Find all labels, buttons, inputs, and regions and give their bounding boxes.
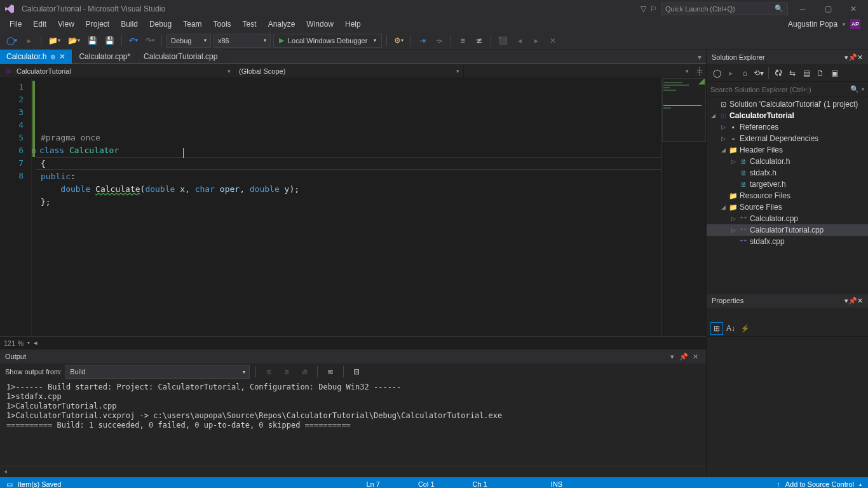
tree-item-source-files[interactable]: ◢📁Source Files (707, 201, 868, 213)
tree-item-calculator-h[interactable]: ▷🗎Calculator.h (707, 156, 868, 167)
nav-back-button[interactable]: ◯ ▾ (4, 34, 20, 48)
zoom-level[interactable]: 121 % (4, 339, 24, 347)
panel-pin-button[interactable]: 📌 (678, 353, 689, 361)
platform-dropdown[interactable]: x86▾ (214, 34, 271, 48)
menu-help[interactable]: Help (339, 18, 367, 30)
menu-team[interactable]: Team (177, 18, 207, 30)
se-preview-button[interactable]: ▣ (828, 67, 841, 79)
se-close-button[interactable]: ✕ (857, 53, 863, 62)
props-close-button[interactable]: ✕ (857, 297, 863, 305)
props-alpha-button[interactable]: A↓ (724, 322, 737, 335)
menu-project[interactable]: Project (80, 18, 115, 30)
tree-item-stdafx-cpp[interactable]: ⁺⁺stdafx.cpp (707, 236, 868, 247)
props-categorized-button[interactable]: ⊞ (710, 322, 723, 335)
minimap[interactable] (661, 78, 706, 336)
nav-scope-dropdown[interactable]: (Global Scope)▾ (235, 65, 464, 78)
save-all-button[interactable]: 💾 (102, 34, 117, 48)
output-toggle-button[interactable]: ⊟ (349, 365, 363, 379)
tree-item-stdafx-h[interactable]: 🗎stdafx.h (707, 167, 868, 179)
menu-edit[interactable]: Edit (27, 18, 52, 30)
menu-file[interactable]: File (4, 18, 27, 30)
config-dropdown[interactable]: Debug▾ (166, 34, 211, 48)
output-text[interactable]: 1>------ Build started: Project: Calcula… (0, 380, 706, 466)
output-wrap-button[interactable]: ≋ (323, 365, 337, 379)
notifications-icon[interactable]: ▽ (641, 4, 646, 13)
tree-item-calculatortutorial-cpp[interactable]: ▷⁺⁺CalculatorTutorial.cpp (707, 224, 868, 236)
tree-item-calculator-cpp[interactable]: ▷⁺⁺Calculator.cpp (707, 213, 868, 224)
redo-button[interactable]: ↷▾ (143, 34, 157, 48)
tree-item-external-dependencies[interactable]: ▷▫External Dependencies (707, 133, 868, 144)
output-clear-button[interactable]: ⎚ (297, 365, 311, 379)
se-pin-button[interactable]: 📌 (848, 53, 857, 62)
panel-close-button[interactable]: ✕ (689, 353, 701, 361)
step-into-button[interactable]: ⇥ (416, 34, 430, 48)
tree-item-targetver-h[interactable]: 🗎targetver.h (707, 179, 868, 190)
tab-close-button[interactable]: ✕ (59, 52, 65, 61)
zoom-dropdown-icon[interactable]: ▾ (27, 340, 30, 346)
scm-label[interactable]: Add to Source Control (785, 480, 854, 488)
tab-calculatortutorial-cpp[interactable]: CalculatorTutorial.cpp (137, 50, 224, 64)
prev-bookmark-button[interactable]: ◂ (513, 34, 527, 48)
se-home-button[interactable]: ⌂ (738, 67, 751, 79)
menu-tools[interactable]: Tools (208, 18, 237, 30)
menu-bar: FileEditViewProjectBuildDebugTeamToolsTe… (0, 17, 868, 31)
tree-item-calculatortutorial[interactable]: ◢⊞CalculatorTutorial (707, 110, 868, 121)
props-events-button[interactable]: ⚡ (738, 322, 751, 335)
nav-member-dropdown[interactable]: ▾ (464, 65, 693, 78)
undo-button[interactable]: ↶▾ (126, 34, 140, 48)
close-button[interactable]: ✕ (843, 2, 864, 16)
output-prev-button[interactable]: ≤ (262, 365, 276, 379)
comment-button[interactable]: ≡ (456, 34, 470, 48)
user-name[interactable]: Augustin Popa (788, 20, 837, 29)
output-scrollbar[interactable]: ◂ (0, 466, 706, 477)
se-fwd-button[interactable]: ▸ (724, 67, 737, 79)
clear-bookmark-button[interactable]: ✕ (546, 34, 560, 48)
process-button[interactable]: ⚙▾ (391, 34, 406, 48)
user-avatar[interactable]: AP (850, 19, 860, 29)
output-next-button[interactable]: ≥ (280, 365, 294, 379)
quick-launch-input[interactable]: Quick Launch (Ctrl+Q) 🔍 (661, 3, 788, 15)
se-back-button[interactable]: ◯ (710, 67, 723, 79)
solution-explorer-search[interactable]: 🔍 ▾ (707, 82, 868, 97)
tab-overflow-button[interactable]: ▾ (693, 51, 706, 64)
code-editor[interactable]: 12345678 #pragma once ⊟class Calculator … (0, 78, 706, 336)
nav-fwd-button[interactable]: ▸ (22, 34, 36, 48)
se-collapse-button[interactable]: ⇆ (786, 67, 799, 79)
output-source-dropdown[interactable]: Build▾ (65, 365, 250, 379)
tab-calculator-h[interactable]: Calculator.h⊕✕ (0, 50, 72, 64)
start-debug-button[interactable]: ▶Local Windows Debugger▾ (273, 34, 382, 48)
se-sync-button[interactable]: ⟲▾ (752, 67, 765, 79)
feedback-icon[interactable]: ⚐ (650, 4, 657, 13)
menu-debug[interactable]: Debug (144, 18, 177, 30)
scm-publish-button[interactable]: ↑ (776, 480, 780, 488)
menu-analyze[interactable]: Analyze (262, 18, 301, 30)
nav-project-dropdown[interactable]: ⊞CalculatorTutorial▾ (0, 65, 235, 78)
menu-test[interactable]: Test (237, 18, 262, 30)
solution-tree[interactable]: ⊡Solution 'CalculatorTutorial' (1 projec… (707, 97, 868, 293)
se-refresh-button[interactable]: 🗘 (772, 67, 785, 79)
tree-item-solution-calculatortutorial-1-project-[interactable]: ⊡Solution 'CalculatorTutorial' (1 projec… (707, 98, 868, 110)
tree-item-references[interactable]: ▷▪References (707, 121, 868, 133)
open-file-button[interactable]: 📂▾ (65, 34, 83, 48)
new-project-button[interactable]: 📁▾ (46, 34, 63, 48)
minimize-button[interactable]: ─ (792, 2, 813, 16)
step-over-button[interactable]: ⤼ (432, 34, 446, 48)
menu-view[interactable]: View (52, 18, 80, 30)
save-button[interactable]: 💾 (85, 34, 100, 48)
panel-options-button[interactable]: ▾ (667, 353, 678, 361)
uncomment-button[interactable]: ≢ (472, 34, 486, 48)
hscroll-left-button[interactable]: ◂ (34, 339, 37, 347)
se-showall-button[interactable]: ▤ (800, 67, 813, 79)
next-bookmark-button[interactable]: ▸ (529, 34, 543, 48)
tree-item-resource-files[interactable]: 📁Resource Files (707, 190, 868, 201)
tree-item-header-files[interactable]: ◢📁Header Files (707, 144, 868, 156)
menu-window[interactable]: Window (301, 18, 339, 30)
bookmark-button[interactable]: ⬛ (496, 34, 510, 48)
props-pin-button[interactable]: 📌 (848, 297, 857, 305)
se-properties-button[interactable]: 🗋 (814, 67, 827, 79)
split-editor-button[interactable]: ╪ (693, 67, 706, 76)
maximize-button[interactable]: ▢ (817, 2, 839, 16)
se-search-input[interactable] (710, 86, 850, 93)
tab-calculator-cpp-[interactable]: Calculator.cpp* (72, 50, 137, 64)
menu-build[interactable]: Build (115, 18, 144, 30)
